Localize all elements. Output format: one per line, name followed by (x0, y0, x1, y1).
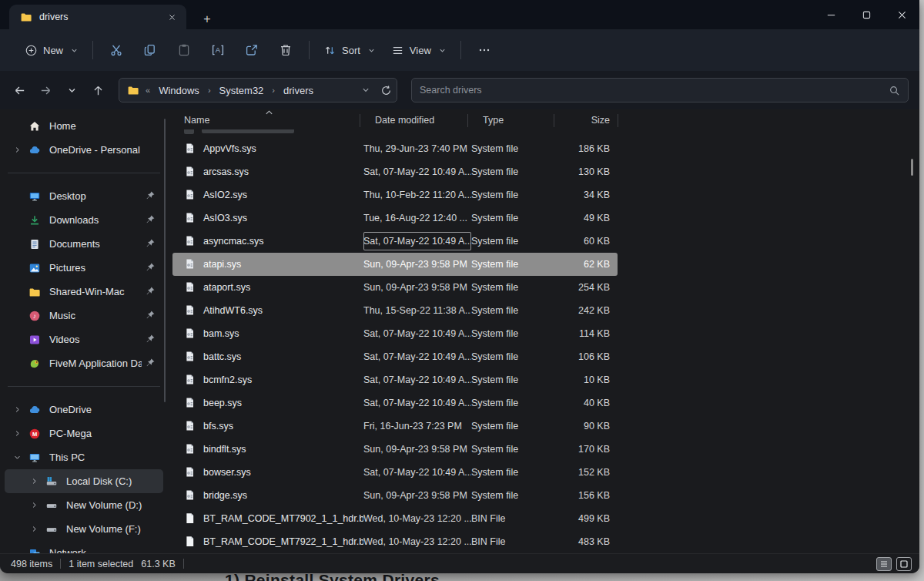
file-row[interactable]: AsIO3.sysTue, 16-Aug-22 12:40 ...System … (172, 207, 618, 230)
sidebar-item-network[interactable]: Network (5, 541, 163, 553)
sort-button[interactable]: Sort (316, 38, 383, 63)
status-bar: 498 items 1 item selected 61.3 KB (0, 553, 919, 573)
address-bar[interactable]: « Windows › System32 › drivers (119, 78, 397, 102)
sidebar-item-desktop[interactable]: Desktop (5, 184, 163, 208)
sidebar-item-music[interactable]: ♪Music (5, 304, 163, 327)
search-box[interactable] (411, 78, 909, 102)
breadcrumb-windows[interactable]: Windows (156, 83, 202, 98)
chevron-right-icon[interactable] (9, 428, 25, 440)
chevron-right-icon[interactable] (9, 144, 25, 156)
breadcrumb-overflow[interactable]: « (145, 86, 151, 95)
rename-button[interactable]: A (201, 35, 235, 65)
address-dropdown-icon[interactable] (361, 86, 370, 95)
file-row[interactable]: beep.sysSat, 07-May-22 10:49 A...System … (172, 391, 618, 415)
file-row[interactable]: BT_RAM_CODE_MT7902_1_1_hdr.binWed, 10-Ma… (172, 507, 618, 530)
chevron-right-icon[interactable] (26, 523, 42, 536)
maximize-button[interactable] (849, 0, 884, 29)
file-row[interactable]: AppvVfs.sysThu, 29-Jun-23 7:40 PMSystem … (172, 137, 618, 160)
file-type: System file (471, 398, 557, 408)
file-size: 90 KB (557, 421, 618, 432)
column-header-size[interactable]: Size (557, 115, 618, 129)
list-scrollbar[interactable] (911, 159, 913, 176)
sidebar-item-home[interactable]: Home (5, 114, 163, 138)
file-row[interactable]: asyncmac.sysSat, 07-May-22 10:49 A...Sys… (172, 230, 618, 253)
file-date-modified: Sat, 07-May-22 10:49 A... (363, 374, 471, 385)
chevron-spacer (9, 286, 25, 298)
file-row[interactable]: arcsas.sysSat, 07-May-22 10:49 A...Syste… (172, 160, 618, 183)
more-options-button[interactable] (467, 35, 501, 65)
chevron-down-icon[interactable] (9, 452, 25, 464)
view-button[interactable]: View (383, 38, 454, 63)
details-view-toggle[interactable] (876, 557, 892, 571)
item-count: 498 items (11, 559, 52, 569)
file-name: asyncmac.sys (203, 236, 264, 247)
file-row[interactable]: bfs.sysFri, 16-Jun-23 7:23 PMSystem file… (172, 415, 618, 438)
file-row[interactable]: bowser.sysSat, 07-May-22 10:49 A...Syste… (172, 461, 618, 484)
column-header-date-modified[interactable]: Date modified (363, 115, 471, 129)
chevron-right-icon[interactable] (26, 499, 42, 512)
bin-file-icon (184, 536, 196, 548)
back-button[interactable] (8, 79, 31, 102)
column-header-name[interactable]: Name (172, 115, 363, 129)
sidebar-item-onedrive-personal[interactable]: OneDrive - Personal (5, 138, 163, 162)
system-file-icon (184, 212, 196, 224)
network-icon (28, 547, 42, 554)
sidebar-item-shared-win-mac[interactable]: Shared-Win-Mac (5, 280, 163, 304)
refresh-icon[interactable] (380, 85, 392, 96)
breadcrumb-system32[interactable]: System32 (217, 83, 266, 98)
new-button[interactable]: New (17, 38, 86, 63)
new-tab-button[interactable]: + (199, 11, 216, 28)
sidebar-item-videos[interactable]: Videos (5, 327, 163, 351)
delete-button[interactable] (269, 35, 303, 65)
system-file-icon (184, 327, 196, 340)
chevron-right-icon[interactable] (9, 404, 25, 416)
sidebar-item-new-volume-f[interactable]: New Volume (F:) (5, 517, 163, 541)
sidebar-item-local-disk-c[interactable]: Local Disk (C:) (5, 469, 163, 493)
file-row[interactable]: battc.sysSat, 07-May-22 10:49 A...System… (172, 345, 618, 368)
file-row[interactable]: bindflt.sysSun, 09-Apr-23 9:58 PMSystem … (172, 438, 618, 461)
forward-button[interactable] (34, 79, 57, 102)
tab-close-icon[interactable] (163, 8, 180, 25)
file-size: 40 KB (557, 398, 618, 408)
file-row[interactable]: bam.sysSat, 07-May-22 10:49 A...System f… (172, 322, 618, 345)
sidebar-item-downloads[interactable]: Downloads (5, 208, 163, 232)
minimize-button[interactable] (813, 0, 849, 29)
close-button[interactable] (884, 0, 919, 29)
column-header-type[interactable]: Type (471, 115, 557, 129)
sidebar-item-pc-mega[interactable]: MPC-Mega (5, 421, 163, 445)
file-row[interactable]: bridge.sysSun, 09-Apr-23 9:58 PMSystem f… (172, 484, 618, 507)
paste-button[interactable] (167, 35, 201, 65)
titlebar[interactable]: drivers + (0, 0, 919, 29)
file-row[interactable]: bcmfn2.sysSat, 07-May-22 10:49 A...Syste… (172, 368, 618, 391)
sidebar-item-fivem-application-data[interactable]: FiveM Application Data (5, 351, 163, 375)
documents-icon (28, 238, 42, 250)
share-button[interactable] (235, 35, 269, 65)
file-row[interactable]: BT_RAM_CODE_MT7922_1_1_hdr.binWed, 10-Ma… (172, 530, 618, 553)
breadcrumb-drivers[interactable]: drivers (281, 83, 316, 98)
sidebar: HomeOneDrive - PersonalDesktopDownloadsD… (0, 109, 168, 553)
cut-button[interactable] (99, 35, 133, 65)
thumbnails-view-toggle[interactable] (896, 557, 912, 571)
chevron-right-icon[interactable] (26, 475, 42, 488)
file-row[interactable]: ataport.sysSun, 09-Apr-23 9:58 PMSystem … (172, 276, 618, 299)
file-size: 34 KB (557, 190, 618, 200)
file-name: beep.sys (203, 398, 242, 408)
sidebar-item-new-volume-d[interactable]: New Volume (D:) (5, 493, 163, 517)
sidebar-item-pictures[interactable]: Pictures (5, 256, 163, 280)
breadcrumb-separator: › (207, 86, 212, 95)
sidebar-item-documents[interactable]: Documents (5, 232, 163, 256)
sidebar-item-this-pc[interactable]: This PC (5, 445, 163, 469)
copy-button[interactable] (133, 35, 167, 65)
file-name: BT_RAM_CODE_MT7922_1_1_hdr.bin (203, 536, 363, 547)
search-input[interactable] (420, 85, 889, 96)
file-row[interactable]: AsIO2.sysThu, 10-Feb-22 11:20 A...System… (172, 183, 618, 207)
file-row[interactable]: AtihdWT6.sysThu, 15-Sep-22 11:38 A...Sys… (172, 299, 618, 322)
recent-locations-button[interactable] (60, 79, 83, 102)
svg-text:M: M (32, 431, 37, 438)
file-type: BIN File (471, 536, 557, 547)
explorer-tab[interactable]: drivers (9, 5, 186, 29)
up-button[interactable] (86, 79, 109, 102)
sidebar-item-onedrive[interactable]: OneDrive (5, 398, 163, 421)
sidebar-scrollbar[interactable] (164, 119, 166, 402)
file-row[interactable]: atapi.sysSun, 09-Apr-23 9:58 PMSystem fi… (172, 253, 618, 276)
